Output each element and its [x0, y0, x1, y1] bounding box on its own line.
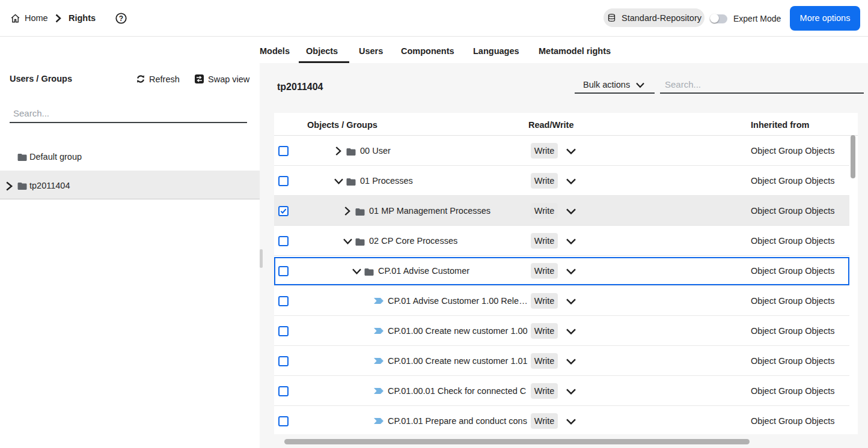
svg-text:?: ? — [119, 14, 123, 23]
